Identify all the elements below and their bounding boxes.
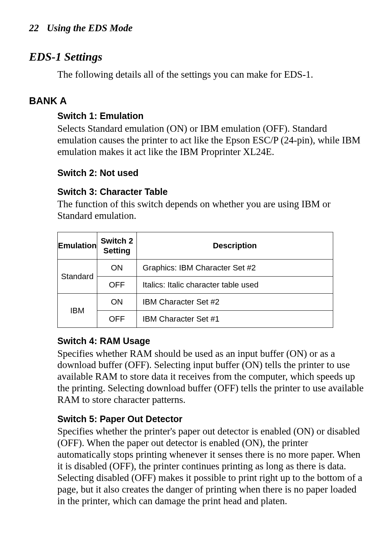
switch-5-heading: Switch 5: Paper Out Detector bbox=[57, 414, 364, 425]
table-header-row: Emulation Switch 2 Setting Description bbox=[58, 232, 333, 260]
intro-paragraph: The following details all of the setting… bbox=[57, 69, 364, 81]
cell-setting: ON bbox=[97, 294, 137, 311]
running-head: 22Using the EDS Mode bbox=[29, 23, 364, 34]
switch-3-body: The function of this switch depends on w… bbox=[57, 199, 364, 222]
switch-1-body: Selects Standard emulation (ON) or IBM e… bbox=[57, 123, 364, 158]
table-row: Standard ON Graphics: IBM Character Set … bbox=[58, 260, 333, 277]
page-number: 22 bbox=[29, 23, 39, 34]
cell-emulation: IBM bbox=[58, 294, 97, 328]
page-content: 22Using the EDS Mode EDS-1 Settings The … bbox=[0, 0, 392, 507]
character-table: Emulation Switch 2 Setting Description S… bbox=[57, 232, 364, 328]
table-row: IBM ON IBM Character Set #2 bbox=[58, 294, 333, 311]
th-emulation: Emulation bbox=[58, 232, 97, 260]
th-switch-line1: Switch 2 bbox=[101, 236, 133, 245]
cell-setting: ON bbox=[97, 260, 137, 277]
table-row: OFF Italics: Italic character table used bbox=[58, 277, 333, 294]
cell-emulation: Standard bbox=[58, 260, 97, 294]
cell-setting: OFF bbox=[97, 277, 137, 294]
cell-description: IBM Character Set #1 bbox=[137, 311, 333, 328]
switch-4-heading: Switch 4: RAM Usage bbox=[57, 336, 364, 347]
bank-heading: BANK A bbox=[29, 95, 364, 107]
chapter-title: Using the EDS Mode bbox=[47, 23, 132, 33]
switch-1-heading: Switch 1: Emulation bbox=[57, 111, 364, 122]
th-description: Description bbox=[137, 232, 333, 260]
th-switch-line2: Setting bbox=[103, 246, 131, 255]
cell-setting: OFF bbox=[97, 311, 137, 328]
switch-2-heading: Switch 2: Not used bbox=[57, 168, 364, 179]
cell-description: IBM Character Set #2 bbox=[137, 294, 333, 311]
section-heading: EDS-1 Settings bbox=[29, 50, 364, 64]
th-switch-setting: Switch 2 Setting bbox=[97, 232, 137, 260]
cell-description: Italics: Italic character table used bbox=[137, 277, 333, 294]
table-row: OFF IBM Character Set #1 bbox=[58, 311, 333, 328]
switch-4-body: Specifies whether RAM should be used as … bbox=[57, 348, 364, 406]
switch3-table: Emulation Switch 2 Setting Description S… bbox=[57, 232, 333, 328]
switch-5-body: Specifies whether the printer's paper ou… bbox=[57, 426, 364, 507]
switch-3-heading: Switch 3: Character Table bbox=[57, 187, 364, 197]
cell-description: Graphics: IBM Character Set #2 bbox=[137, 260, 333, 277]
